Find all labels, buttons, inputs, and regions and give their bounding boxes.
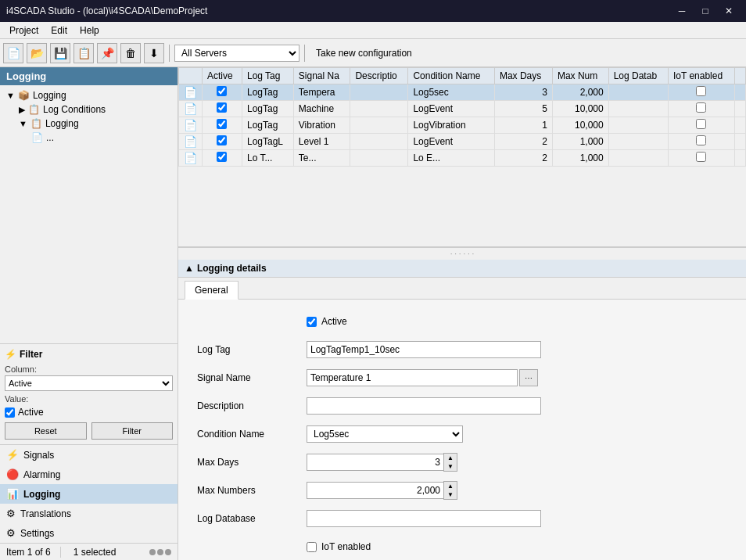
table-row[interactable]: 📄 LogTag Tempera Log5sec 3 2,000 <box>179 84 746 101</box>
tree-item-sub[interactable]: 📄 ... <box>3 131 174 145</box>
row-active-checkbox[interactable] <box>217 119 227 129</box>
table-row[interactable]: 📄 LogTag Vibration LogVibration 1 10,000 <box>179 117 746 134</box>
tree-item-log-conditions[interactable]: ▶ 📋 Log Conditions <box>3 102 174 117</box>
maxdays-input[interactable] <box>307 454 443 471</box>
nav-item-translations[interactable]: ⚙ Translations <box>0 504 178 523</box>
active-checkbox[interactable] <box>307 317 317 327</box>
row-active-cell <box>203 134 242 150</box>
tree-icon-3: 📋 <box>30 118 42 129</box>
alarming-icon: 🔴 <box>6 468 19 480</box>
tree-item-logging[interactable]: ▼ 📋 Logging <box>3 117 174 131</box>
row-iot-checkbox[interactable] <box>696 119 706 129</box>
table-row[interactable]: 📄 Lo T... Te... Lo E... 2 1,000 <box>179 150 746 167</box>
signals-icon: ⚡ <box>6 449 19 461</box>
row-iot-checkbox[interactable] <box>696 102 706 113</box>
maxnumbers-input[interactable] <box>307 482 443 499</box>
copy-button[interactable]: 📋 <box>74 43 94 63</box>
row-maxnum-cell: 10,000 <box>552 117 608 134</box>
tree-icon-2: 📋 <box>28 104 40 115</box>
server-combo[interactable]: All Servers <box>174 45 299 62</box>
menu-project[interactable]: Project <box>3 23 45 38</box>
row-active-checkbox[interactable] <box>217 152 227 162</box>
row-iot-cell <box>668 150 734 167</box>
filter-column-select[interactable]: Active <box>5 375 173 391</box>
table-row[interactable]: 📄 LogTag Machine LogEvent 5 10,000 <box>179 101 746 117</box>
nav-item-logging[interactable]: 📊 Logging <box>0 484 178 504</box>
row-maxnum-cell: 10,000 <box>552 101 608 117</box>
row-logdb-cell <box>608 134 668 150</box>
maxdays-spinner: ▲ ▼ <box>307 453 457 472</box>
col-header-conditionname[interactable]: Condition Name <box>408 68 494 84</box>
maxdays-spinner-btns: ▲ ▼ <box>443 453 457 472</box>
col-header-icon <box>179 68 203 84</box>
row-icon-cell: 📄 <box>179 117 203 134</box>
maxnumbers-down-button[interactable]: ▼ <box>444 490 457 499</box>
maximize-button[interactable]: □ <box>694 3 716 19</box>
col-header-maxdays[interactable]: Max Days <box>494 68 552 84</box>
grid-area[interactable]: Active Log Tag Signal Na Descriptio Cond… <box>178 67 746 247</box>
filter-active-checkbox[interactable] <box>5 407 15 418</box>
logdatabase-input[interactable] <box>307 510 541 527</box>
conditionname-select[interactable]: Log5sec <box>307 425 463 443</box>
filter-title: Filter <box>20 349 42 360</box>
row-active-checkbox[interactable] <box>217 102 227 113</box>
maxnumbers-up-button[interactable]: ▲ <box>444 482 457 490</box>
col-header-logdb[interactable]: Log Datab <box>608 68 668 84</box>
col-header-signalname[interactable]: Signal Na <box>293 68 350 84</box>
tree-label-log-conditions: Log Conditions <box>43 104 106 115</box>
maxdays-up-button[interactable]: ▲ <box>444 454 457 462</box>
row-conditionname-cell: LogVibration <box>408 117 494 134</box>
nav-item-settings[interactable]: ⚙ Settings <box>0 523 178 543</box>
filter-header[interactable]: ⚡ Filter <box>5 349 173 360</box>
logtag-input[interactable] <box>307 341 541 358</box>
conditionname-label: Condition Name <box>197 429 307 440</box>
col-header-logtag[interactable]: Log Tag <box>242 68 293 84</box>
import-button[interactable]: ⬇ <box>144 43 164 63</box>
tree-icon-1: 📦 <box>18 90 30 101</box>
row-description-cell <box>350 101 408 117</box>
row-logtag-cell: Lo T... <box>242 150 293 167</box>
paste-button[interactable]: 📌 <box>97 43 117 63</box>
iot-checkbox[interactable] <box>307 542 317 552</box>
row-maxnum-cell: 1,000 <box>552 134 608 150</box>
row-maxdays-cell: 1 <box>494 117 552 134</box>
row-iot-checkbox[interactable] <box>696 135 706 145</box>
col-header-description[interactable]: Descriptio <box>350 68 408 84</box>
maxdays-down-button[interactable]: ▼ <box>444 462 457 471</box>
content-area: Active Log Tag Signal Na Descriptio Cond… <box>178 67 746 560</box>
form-row-logtag: Log Tag <box>197 340 727 359</box>
signalname-browse-button[interactable]: ⋯ <box>519 369 538 386</box>
new-button[interactable]: 📄 <box>3 43 23 63</box>
nav-item-signals[interactable]: ⚡ Signals <box>0 445 178 465</box>
signalname-input[interactable] <box>307 369 518 386</box>
row-iot-checkbox[interactable] <box>696 152 706 162</box>
conditionname-dropdown: Log5sec <box>307 425 463 443</box>
minimize-button[interactable]: ─ <box>671 3 693 19</box>
nav-item-alarming[interactable]: 🔴 Alarming <box>0 465 178 484</box>
open-button[interactable]: 📂 <box>27 43 47 63</box>
table-row[interactable]: 📄 LogTagL Level 1 LogEvent 2 1,000 <box>179 134 746 150</box>
description-input[interactable] <box>307 397 541 415</box>
col-header-maxnum[interactable]: Max Num <box>552 68 608 84</box>
row-extra-cell <box>735 84 746 101</box>
tab-general[interactable]: General <box>185 281 239 300</box>
col-header-active[interactable]: Active <box>203 68 242 84</box>
sidebar-header: Logging <box>0 67 178 85</box>
save-toolbar-button[interactable]: 💾 <box>50 43 70 63</box>
expand-icon: ▼ <box>6 91 15 100</box>
delete-button[interactable]: 🗑 <box>120 43 141 63</box>
row-icon-cell: 📄 <box>179 150 203 167</box>
reset-button[interactable]: Reset <box>5 422 87 440</box>
row-extra-cell <box>735 101 746 117</box>
close-button[interactable]: ✕ <box>718 3 740 19</box>
menu-help[interactable]: Help <box>74 23 106 38</box>
tree-label-logging: Logging <box>45 118 79 129</box>
row-active-checkbox[interactable] <box>217 86 227 96</box>
row-iot-checkbox[interactable] <box>696 86 706 96</box>
tree-item-logging-root[interactable]: ▼ 📦 Logging <box>3 88 174 102</box>
row-active-checkbox[interactable] <box>217 135 227 145</box>
filter-button[interactable]: Filter <box>91 422 174 440</box>
col-header-iot[interactable]: IoT enabled <box>668 68 734 84</box>
splitter[interactable]: · · · · · · <box>178 247 746 260</box>
menu-edit[interactable]: Edit <box>45 23 74 38</box>
